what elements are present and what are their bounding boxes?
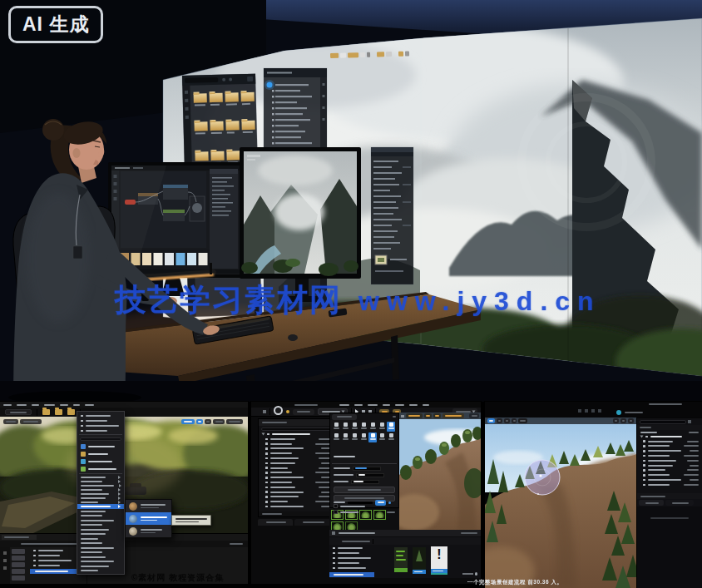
asset-tile-tree[interactable] [413, 547, 426, 574]
menu-item[interactable] [17, 404, 27, 406]
tool-hydro[interactable] [341, 432, 349, 442]
menu-item[interactable] [44, 404, 55, 406]
world-settings-tab[interactable] [665, 500, 694, 506]
menu-item[interactable] [368, 404, 378, 406]
add-icon[interactable] [332, 540, 334, 542]
menu-item[interactable] [77, 569, 124, 574]
viewport-toolbar[interactable] [485, 418, 636, 424]
folder-icon[interactable] [55, 409, 62, 415]
filter-icon[interactable] [376, 540, 378, 542]
favorites-icon[interactable] [3, 551, 7, 555]
tool-smooth[interactable] [368, 422, 377, 432]
tool-sculpt[interactable] [350, 422, 358, 432]
filter-icon[interactable] [688, 420, 691, 423]
stat-chip[interactable] [205, 419, 211, 424]
mode-chip[interactable] [512, 418, 517, 423]
tool-import[interactable] [341, 422, 349, 432]
menu-item[interactable] [85, 404, 94, 406]
tool-retop[interactable] [359, 432, 368, 442]
content-browser-tab[interactable] [2, 535, 37, 540]
save-all-icon[interactable] [15, 543, 17, 546]
view-icon[interactable] [381, 540, 383, 542]
source-tree-item[interactable] [329, 566, 376, 571]
asset-tile[interactable] [12, 549, 25, 554]
menu-item-asset[interactable] [77, 465, 124, 472]
window-icon[interactable] [585, 409, 588, 413]
content-browser-toolbar[interactable] [329, 537, 481, 545]
menu-item[interactable] [32, 404, 39, 406]
mode-chip[interactable] [497, 418, 502, 423]
source-tree-item-selected[interactable] [329, 572, 374, 577]
viewport-toolbar[interactable] [399, 413, 481, 419]
menu-item[interactable] [423, 404, 429, 406]
search-input[interactable] [640, 420, 686, 424]
modes-dropdown[interactable] [293, 409, 314, 415]
details-tab[interactable] [639, 500, 664, 506]
lock-icon[interactable] [391, 540, 393, 542]
search-input[interactable] [80, 437, 121, 441]
camera-speed-chip[interactable] [469, 413, 479, 418]
submenu-item[interactable] [126, 500, 171, 512]
reset-dot-icon[interactable] [388, 502, 391, 504]
filters-icon[interactable] [3, 566, 7, 570]
menu-item[interactable] [339, 404, 349, 406]
viewport-toolbar-left[interactable] [3, 419, 42, 424]
tool-noise[interactable] [350, 432, 358, 442]
menu-item[interactable] [77, 428, 124, 433]
asset-tile[interactable] [12, 576, 25, 581]
menu-item[interactable] [409, 404, 418, 406]
thumbnail-size-slider[interactable] [462, 572, 477, 576]
snap-chip[interactable] [620, 418, 626, 423]
stat-chip[interactable] [226, 419, 243, 424]
import-icon[interactable] [337, 540, 339, 542]
value-field[interactable] [351, 480, 379, 484]
sort-icon[interactable] [386, 540, 388, 542]
viewport[interactable] [485, 418, 636, 588]
hamburger-icon[interactable] [401, 415, 404, 418]
snap-chip[interactable] [613, 418, 619, 423]
tool-new[interactable] [332, 422, 340, 432]
terrain-editor-bar[interactable] [329, 530, 481, 536]
viewport[interactable] [399, 413, 481, 530]
folder-tree-item-selected[interactable] [30, 569, 82, 574]
tool-mirror[interactable] [378, 432, 386, 442]
asset-tile-landscape[interactable] [394, 547, 408, 572]
window-icon[interactable] [591, 409, 595, 413]
menu-item[interactable] [354, 404, 363, 406]
save-icon[interactable] [256, 410, 260, 413]
panel-tab[interactable] [332, 414, 357, 420]
perspective-chip[interactable] [20, 419, 42, 424]
type-icon[interactable] [697, 427, 700, 429]
stat-chip[interactable] [213, 419, 225, 424]
menu-item-asset[interactable] [77, 457, 124, 465]
asset-tile-exclaim[interactable]: ! [431, 546, 447, 575]
search-row[interactable] [637, 418, 702, 425]
tool-flatten[interactable] [378, 422, 386, 432]
checkbox-row[interactable] [330, 509, 398, 515]
tool-ramp-selected[interactable] [387, 422, 395, 432]
viewport-options-chip[interactable] [3, 419, 18, 424]
add-icon[interactable] [3, 543, 6, 546]
menu-item[interactable] [73, 404, 80, 406]
submenu-item-highlighted[interactable] [126, 512, 171, 525]
window-icon[interactable] [578, 409, 581, 413]
checkbox[interactable] [334, 510, 338, 514]
close-icon[interactable] [393, 416, 396, 418]
show-chip[interactable] [433, 413, 441, 418]
caret-icon[interactable] [640, 435, 644, 437]
menu-bar[interactable] [0, 402, 248, 408]
folder-tree-item[interactable] [30, 563, 83, 568]
stat-chip-blue[interactable] [181, 419, 195, 424]
menu-item[interactable] [3, 404, 12, 406]
collections-icon[interactable] [3, 559, 7, 562]
tool-visibility-selected[interactable] [368, 432, 377, 442]
landscape-mode-chip[interactable] [442, 413, 464, 418]
search-input[interactable] [261, 427, 331, 431]
asset-tile[interactable] [12, 569, 25, 574]
menu-item[interactable] [395, 404, 404, 406]
slider-track[interactable] [348, 502, 373, 504]
folder-icon[interactable] [67, 409, 75, 415]
folder-icon[interactable] [42, 409, 50, 415]
grid-chip[interactable] [518, 418, 527, 423]
refresh-icon[interactable] [401, 540, 403, 542]
